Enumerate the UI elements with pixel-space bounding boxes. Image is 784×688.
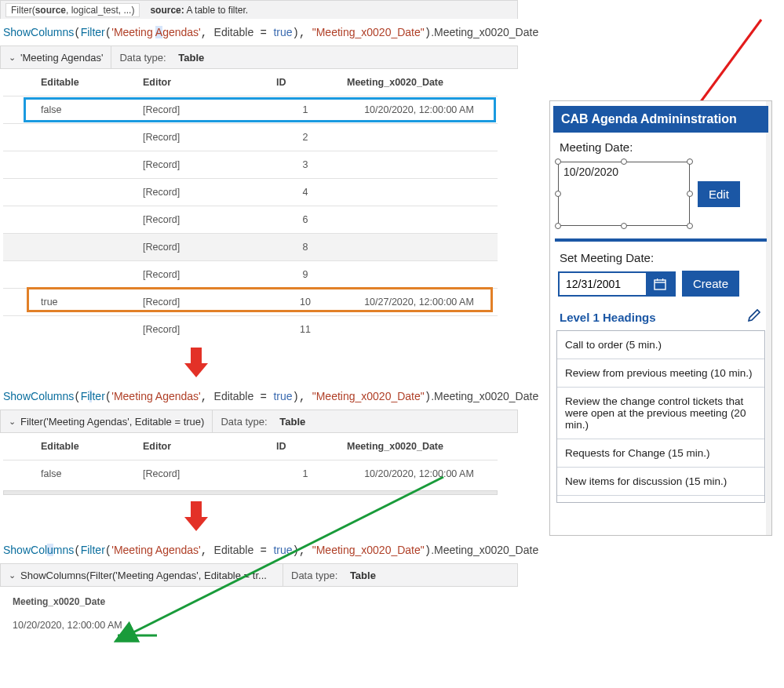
cell-editor: [Record] <box>137 261 270 289</box>
meeting-date-selected-control[interactable]: 10/20/2020 <box>558 162 690 226</box>
cell-id: 6 <box>270 206 341 234</box>
formula-bar-3[interactable]: ShowColumns(Filter('Meeting Agendas', Ed… <box>0 537 518 563</box>
datatype-label: Data type: <box>221 416 267 428</box>
table-row[interactable]: true[Record]1010/27/2020, 12:00:00 AM <box>3 289 498 316</box>
set-meeting-date-label: Set Meeting Date: <box>553 246 768 268</box>
cell-editable: true <box>3 289 137 316</box>
cell-date <box>341 206 498 234</box>
col-editor[interactable]: Editor <box>137 69 270 96</box>
cell-date: 10/27/2020, 12:00:00 AM <box>341 289 498 316</box>
table-lit-pre: 'Meeting <box>111 26 155 38</box>
cell-id: 11 <box>270 316 341 344</box>
step3-chip[interactable]: ⌄ ShowColumns(Filter('Meeting Agendas', … <box>1 564 283 586</box>
pencil-icon[interactable] <box>746 308 762 327</box>
fx-sig-post: , logical_test, ...) <box>66 5 134 16</box>
col-id[interactable]: ID <box>270 69 341 96</box>
list-item[interactable]: Actions Items and Issues Review (10 min. <box>557 496 764 503</box>
svg-rect-3 <box>655 280 665 289</box>
formula-hint-bar: Filter(source, logical_test, ...) source… <box>0 0 518 19</box>
step2-chip[interactable]: ⌄ Filter('Meeting Agendas', Editable = t… <box>1 410 213 432</box>
calendar-icon[interactable] <box>646 273 674 295</box>
cell-id: 9 <box>270 261 341 289</box>
table-row[interactable]: [Record]3 <box>3 151 498 179</box>
datatype-value: Table <box>350 570 376 581</box>
list-item[interactable]: New items for discussion (15 min.) <box>557 468 764 496</box>
cell-editor: [Record] <box>137 289 270 316</box>
cell-id: 2 <box>270 124 341 151</box>
step1-datatype: Data type: Table <box>111 46 212 68</box>
meeting-date-label: Meeting Date: <box>553 133 768 157</box>
step1-header: ⌄ 'Meeting Agendas' Data type: Table <box>0 46 518 69</box>
col-editable[interactable]: Editable <box>3 69 137 96</box>
tok-true: true <box>273 26 292 38</box>
scrollbar-stub[interactable] <box>3 490 498 495</box>
cell-editable <box>3 316 137 344</box>
col-editor[interactable]: Editor <box>137 433 270 460</box>
meeting-date-value: 10/20/2020 <box>563 166 618 178</box>
tok-editable-2: Editable <box>214 390 254 402</box>
list-item[interactable]: Review from previous meeting (10 min.) <box>557 359 764 388</box>
col-editable[interactable]: Editable <box>3 433 137 460</box>
list-item[interactable]: Requests for Change (15 min.) <box>557 439 764 468</box>
svg-rect-6 <box>662 278 663 281</box>
step3-col-header[interactable]: Meeting_x0020_Date <box>0 587 518 612</box>
tok-filter-3: Filter <box>81 544 105 556</box>
table-row[interactable]: false[Record]110/20/2020, 12:00:00 AM <box>3 460 498 488</box>
agenda-list[interactable]: Call to order (5 min.) Review from previ… <box>556 330 765 503</box>
left-inspector: Filter(source, logical_test, ...) source… <box>0 0 518 635</box>
date-text-field[interactable] <box>560 273 646 295</box>
set-date-input[interactable] <box>558 271 676 297</box>
cell-editor: [Record] <box>137 206 270 234</box>
red-arrow-down-1 <box>184 348 208 379</box>
table-row[interactable]: [Record]6 <box>3 206 498 234</box>
tok-editable-3: Editable <box>214 544 254 556</box>
tok-table-literal-2: 'Meeting Agendas' <box>111 390 201 402</box>
tok-filter-2: Filter <box>81 390 105 402</box>
step1-chip[interactable]: ⌄ 'Meeting Agendas' <box>1 46 111 68</box>
datatype-label: Data type: <box>119 52 166 64</box>
tok-table-literal-3: 'Meeting Agendas' <box>111 544 201 556</box>
fx-arg-desc-text: A table to filter. <box>186 5 248 16</box>
step2-chip-label: Filter('Meeting Agendas', Editable = tru… <box>20 416 204 428</box>
cell-date: 10/20/2020, 12:00:00 AM <box>341 460 498 488</box>
chevron-down-icon: ⌄ <box>9 570 16 581</box>
chevron-down-icon: ⌄ <box>9 53 16 63</box>
cell-id: 10 <box>270 289 341 316</box>
fx-sig-pre: Filter( <box>11 5 35 16</box>
sc-pre: ShowCol <box>3 544 47 556</box>
table-row[interactable]: [Record]11 <box>3 316 498 344</box>
list-item[interactable]: Review the change control tickets that w… <box>557 388 764 439</box>
fx-sig-current-arg: source <box>35 5 66 16</box>
cell-id: 8 <box>270 234 341 261</box>
app-preview: CAB Agenda Admininstration Meeting Date:… <box>549 100 772 536</box>
step2-header-row: Editable Editor ID Meeting_x0020_Date <box>3 433 498 460</box>
tok-showcolumns-3: ShowColumns <box>3 544 74 556</box>
fx-arg-description: source: A table to filter. <box>146 3 252 17</box>
cell-editor: [Record] <box>137 234 270 261</box>
red-arrow-down-2 <box>184 501 208 533</box>
tok-editable-field: Editable <box>214 26 254 38</box>
edit-button[interactable]: Edit <box>698 181 740 207</box>
col-meeting-date[interactable]: Meeting_x0020_Date <box>341 69 498 96</box>
col-id[interactable]: ID <box>270 433 341 460</box>
formula-bar-1[interactable]: ShowColumns(Filter('Meeting Agendas', Ed… <box>0 20 518 46</box>
step1-chip-label: 'Meeting Agendas' <box>20 52 103 64</box>
cursor-highlight-3: u <box>47 544 53 556</box>
col-meeting-date[interactable]: Meeting_x0020_Date <box>341 433 498 460</box>
formula-bar-2[interactable]: ShowColumns(Filter('Meeting Agendas', Ed… <box>0 384 518 410</box>
filter-pre: Fi <box>81 390 90 402</box>
table-row[interactable]: [Record]4 <box>3 179 498 206</box>
cell-editor: [Record] <box>137 179 270 206</box>
tok-tail-3: .Meeting_x0020_Date <box>431 544 538 556</box>
cell-date <box>341 124 498 151</box>
table-row[interactable]: [Record]8 <box>3 234 498 261</box>
step1-table: Editable Editor ID Meeting_x0020_Date fa… <box>3 69 498 343</box>
list-item[interactable]: Call to order (5 min.) <box>557 331 764 359</box>
create-button[interactable]: Create <box>682 271 739 297</box>
table-row[interactable]: [Record]2 <box>3 124 498 151</box>
table-row[interactable]: false[Record]110/20/2020, 12:00:00 AM <box>3 96 498 124</box>
cell-editable <box>3 179 137 206</box>
tok-col-lit-2: "Meeting_x0020_Date" <box>312 390 425 402</box>
step3-value: 10/20/2020, 12:00:00 AM <box>0 612 518 635</box>
table-row[interactable]: [Record]9 <box>3 261 498 289</box>
